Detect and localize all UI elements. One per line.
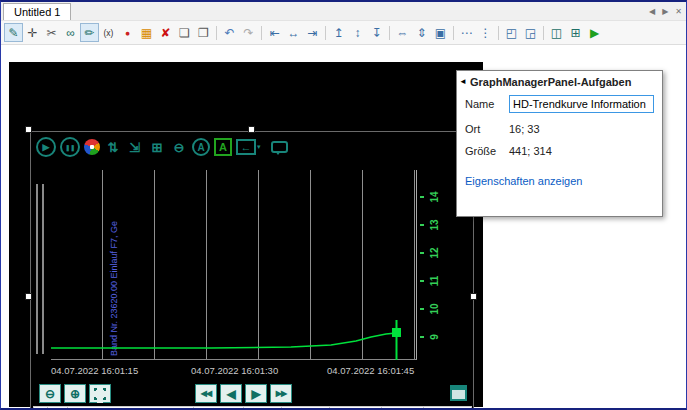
send-to-back-icon[interactable]: ◲ — [521, 23, 540, 42]
align-bottom-icon[interactable]: ↧ — [367, 23, 386, 42]
rewind-button[interactable]: ◀◀ — [195, 384, 217, 403]
edit-region-icon[interactable]: ✏ — [80, 23, 99, 42]
previous-button[interactable]: ◀ — [220, 384, 242, 403]
play-icon[interactable]: ▶ — [36, 137, 56, 157]
panel-header: ◄ GraphManagerPanel-Aufgaben — [457, 71, 662, 93]
close-tab-icon[interactable]: ✕ — [675, 7, 682, 16]
field-label: Größe — [465, 145, 509, 157]
plot-area[interactable]: Band Nr. 23620.00 Einlauf F7, Ge — [51, 170, 417, 360]
align-center-icon[interactable]: ↔ — [284, 23, 303, 42]
resize-handle-top-middle[interactable] — [248, 126, 255, 133]
distribute-horizontal-icon[interactable]: ⋯ — [457, 23, 476, 42]
cursor-value-table: NameX1X2X2-X1Y1Y2Y2-Y1 ▶Band in F704.07.… — [33, 406, 472, 410]
comment-icon[interactable] — [271, 141, 288, 153]
y-axis-label: 14 — [427, 190, 441, 204]
resize-handle-middle-right[interactable] — [470, 293, 477, 300]
xy-scale-icon[interactable]: ⇲ — [126, 137, 144, 157]
datapoint-icon[interactable]: ● — [118, 23, 137, 42]
undo-zoom-icon[interactable]: ←▾ — [236, 139, 261, 155]
same-height-icon[interactable]: ⇕ — [412, 23, 431, 42]
glasses-icon[interactable]: ∞ — [61, 23, 80, 42]
copy-icon[interactable]: ❏ — [175, 23, 194, 42]
toolbar-separator — [216, 26, 217, 40]
name-input[interactable] — [509, 95, 654, 113]
same-width-icon[interactable]: ⇔ — [393, 23, 412, 42]
tab-bar: Untitled 1 ◀ ▶ ✕ — [1, 2, 686, 21]
graph-manager-task-panel: ◄ GraphManagerPanel-Aufgaben NameOrt16; … — [456, 70, 663, 217]
tab-scroll-left-icon[interactable]: ◀ — [649, 7, 655, 16]
x-axis-label: 04.07.2022 16:01:45 — [327, 365, 414, 376]
grid-icon[interactable]: ▦ — [137, 23, 156, 42]
y-axis-label: 12 — [427, 246, 441, 260]
redo-icon[interactable]: ↷ — [239, 23, 258, 42]
align-right-icon[interactable]: ⇥ — [303, 23, 322, 42]
trend-curve-svg — [51, 170, 417, 360]
zoom-window-icon[interactable]: ⊞ — [148, 137, 166, 157]
show-properties-link[interactable]: Eigenschaften anzeigen — [465, 175, 654, 187]
window-new-icon[interactable]: ⊞ — [566, 23, 585, 42]
function-icon[interactable]: (x) — [99, 23, 118, 42]
zoom-all-icon[interactable]: A — [192, 138, 210, 156]
y-axis-label: 11 — [427, 274, 441, 288]
eye-column-header — [48, 407, 68, 410]
y-axis: 14131211109 — [419, 170, 449, 360]
field-label: Ort — [465, 123, 509, 135]
move-icon[interactable]: ✛ — [23, 23, 42, 42]
run-icon[interactable]: ▶ — [585, 23, 604, 42]
y-scale-icon[interactable]: ⇅ — [104, 137, 122, 157]
zoom-out-icon[interactable]: ⊖ — [170, 137, 188, 157]
panel-field-groesse: Größe441; 314 — [465, 145, 654, 157]
tab-scroll-right-icon[interactable]: ▶ — [662, 7, 668, 16]
align-left-icon[interactable]: ⇤ — [265, 23, 284, 42]
next-button[interactable]: ▶ — [245, 384, 267, 403]
auto-scale-icon[interactable] — [84, 139, 100, 155]
annotation-icon[interactable]: A — [214, 138, 232, 156]
field-value: 441; 314 — [509, 145, 654, 157]
zoom-out-button[interactable]: ⊖ — [39, 384, 61, 403]
toolbar-separator — [453, 26, 454, 40]
resize-handle-top-left[interactable] — [25, 126, 32, 133]
align-top-icon[interactable]: ↥ — [329, 23, 348, 42]
design-canvas[interactable]: ▶❚❚⇅⇲⊞⊖AA←▾ Band Nr. 23620.00 Einlauf F7… — [9, 62, 483, 407]
column-header: X2-X1 — [282, 407, 330, 410]
delete-icon[interactable]: ✘ — [156, 23, 175, 42]
playback-button-group: ◀◀◀▶▶▶ — [195, 384, 292, 403]
column-header: Y2 — [382, 407, 424, 410]
collapse-panel-icon[interactable]: ◄ — [459, 77, 467, 86]
field-label: Name — [465, 98, 509, 110]
x-axis-label: 04.07.2022 16:01:30 — [191, 365, 278, 376]
same-size-icon[interactable]: ▣ — [431, 23, 450, 42]
distribute-vertical-icon[interactable]: ⋮ — [476, 23, 495, 42]
x-axis: 04.07.2022 16:01:1504.07.2022 16:01:3004… — [51, 365, 423, 377]
y-axis-scrollbar[interactable] — [36, 184, 44, 354]
y-axis-label: 9 — [427, 330, 441, 344]
chart-toolbar: ▶❚❚⇅⇲⊞⊖AA←▾ — [36, 136, 288, 158]
paste-icon[interactable]: ❐ — [194, 23, 213, 42]
y-axis-label: 13 — [427, 218, 441, 232]
calendar-icon[interactable] — [450, 385, 467, 401]
back-arrow-glyph: ← — [236, 139, 256, 155]
forward-button[interactable]: ▶▶ — [270, 384, 292, 403]
resize-handle-middle-left[interactable] — [25, 293, 32, 300]
column-header: Y2-Y1 — [424, 407, 472, 410]
align-middle-icon[interactable]: ↕ — [348, 23, 367, 42]
edit-pen-icon[interactable]: ✎ — [4, 23, 23, 42]
undo-icon[interactable]: ↶ — [220, 23, 239, 42]
pause-icon[interactable]: ❚❚ — [60, 137, 80, 157]
zoom-fit-button[interactable] — [89, 384, 111, 403]
panel-body: NameOrt16; 33Größe441; 314 — [457, 93, 662, 157]
curve-end-marker — [392, 328, 401, 337]
zoom-in-button[interactable]: ⊕ — [64, 384, 86, 403]
column-header: Name — [68, 407, 194, 410]
trend-chart-component[interactable]: ▶❚❚⇅⇲⊞⊖AA←▾ Band Nr. 23620.00 Einlauf F7… — [30, 131, 474, 410]
panel-field-name: Name — [465, 95, 654, 113]
dropdown-caret-icon: ▾ — [257, 143, 261, 151]
tab-untitled-1[interactable]: Untitled 1 — [3, 3, 71, 20]
window-split-icon[interactable]: ◫ — [547, 23, 566, 42]
fit-corners-icon — [94, 388, 106, 400]
bring-to-front-icon[interactable]: ◰ — [502, 23, 521, 42]
toolbar-separator — [261, 26, 262, 40]
cut-tools-icon[interactable]: ✂ — [42, 23, 61, 42]
trend-curve — [51, 333, 396, 348]
tab-nav: ◀ ▶ ✕ — [649, 7, 682, 16]
